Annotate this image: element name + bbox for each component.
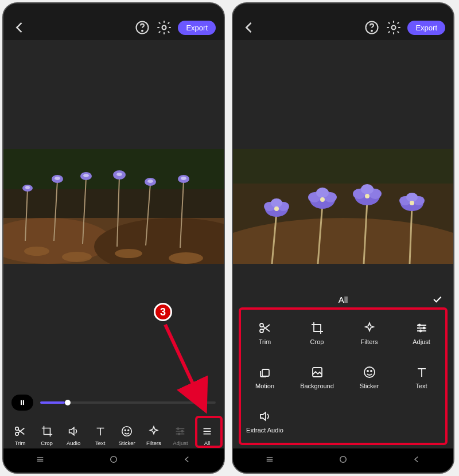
system-nav [3,448,224,473]
tool-label: Adjust [413,338,430,345]
svg-point-34 [122,427,132,436]
svg-point-64 [361,184,374,194]
svg-point-72 [260,329,263,333]
svg-point-70 [410,201,414,205]
tool-motion[interactable]: Motion [240,356,290,398]
crop-icon [310,321,324,335]
svg-point-69 [406,193,418,202]
tool-audio[interactable]: Audio [60,425,87,446]
tool-label: Trim [15,440,26,446]
recents-icon[interactable] [264,454,275,467]
svg-rect-7 [3,149,224,189]
svg-point-36 [128,430,129,431]
tool-label: Background [300,383,334,389]
motion-icon [258,365,272,379]
sliders-icon [174,425,186,438]
tool-adjust[interactable]: Adjust [396,312,446,354]
tool-all[interactable]: All [194,425,220,446]
svg-point-73 [418,324,420,326]
video-preview: All Trim Crop Filters Adjust [233,40,453,473]
tool-text[interactable]: Text [396,356,446,398]
confirm-check-icon[interactable] [431,294,443,307]
crop-icon [41,425,53,438]
svg-point-22 [83,174,89,177]
svg-point-74 [423,327,425,329]
back-icon[interactable] [411,454,422,467]
help-icon[interactable] [364,19,380,36]
text-icon [94,425,107,438]
tool-sticker[interactable]: Sticker [344,356,394,398]
tool-filters[interactable]: Filters [344,312,394,354]
back-icon[interactable] [182,454,192,467]
svg-point-65 [365,194,369,198]
svg-point-75 [419,330,421,331]
tool-label: Trim [259,338,271,345]
svg-point-35 [125,430,126,431]
tool-label: Extract Audio [246,427,283,434]
system-nav [233,448,453,473]
svg-point-25 [181,177,186,180]
svg-point-42 [371,30,372,32]
svg-point-2 [162,26,166,30]
text-icon [415,365,429,379]
audio-icon [67,425,80,438]
playback-row [11,395,216,411]
tool-filters[interactable]: Filters [141,425,167,446]
svg-point-78 [364,367,375,377]
pause-button[interactable] [11,395,33,411]
svg-point-60 [320,197,325,202]
menu-icon [201,425,213,438]
video-frame [3,149,224,264]
tool-background[interactable]: Background [292,356,342,398]
svg-point-1 [142,30,143,32]
settings-icon[interactable] [386,19,402,36]
tool-adjust[interactable]: Adjust [167,425,193,446]
background-icon [310,365,324,379]
svg-rect-31 [23,400,24,405]
tool-extract-audio[interactable]: Extract Audio [240,401,290,443]
tool-trim[interactable]: Trim [7,425,33,446]
back-arrow-icon[interactable] [241,19,257,36]
svg-point-20 [25,186,30,189]
svg-point-29 [169,252,203,264]
video-frame [233,149,453,264]
settings-icon[interactable] [156,19,172,36]
tool-text[interactable]: Text [87,425,114,446]
help-icon[interactable] [134,19,150,36]
tool-crop[interactable]: Crop [34,425,60,446]
tool-label: Crop [41,440,53,446]
home-icon[interactable] [338,454,348,467]
tool-label: Sticker [119,440,135,446]
sparkle-icon [363,321,376,335]
tool-label: Crop [310,338,324,345]
tool-crop[interactable]: Crop [292,312,342,354]
sparkle-icon [147,425,160,438]
svg-point-79 [367,370,368,372]
tool-sticker[interactable]: Sticker [114,425,140,446]
export-button[interactable]: Export [178,21,216,35]
svg-point-27 [62,252,92,262]
svg-point-21 [55,177,60,180]
svg-point-28 [115,249,142,258]
top-bar: Export [233,16,453,40]
tool-trim[interactable]: Trim [240,312,290,354]
phone-screen-1: Export [2,2,225,474]
scissors-icon [14,425,26,438]
svg-point-59 [316,188,329,198]
svg-rect-45 [233,149,453,184]
recents-icon[interactable] [35,454,45,467]
toolbar: Trim Crop Audio Text Sticker Filters [6,425,221,446]
svg-rect-76 [262,369,269,376]
svg-point-39 [178,433,180,435]
svg-point-24 [147,180,153,183]
smiley-icon [120,425,133,438]
tool-label: Audio [67,440,80,446]
back-arrow-icon[interactable] [11,19,28,36]
svg-point-26 [24,247,49,256]
export-button[interactable]: Export [407,21,445,35]
home-icon[interactable] [108,454,119,467]
video-preview: Trim Crop Audio Text Sticker Filters [3,40,224,473]
svg-point-71 [260,323,263,327]
timeline-slider[interactable] [40,401,216,404]
top-bar: Export [3,16,224,40]
